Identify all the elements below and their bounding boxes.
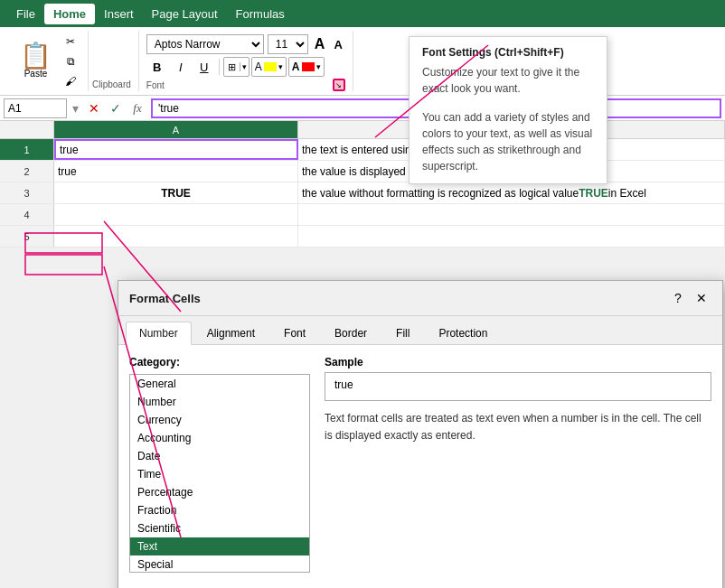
- menu-formulas[interactable]: Formulas: [227, 4, 294, 24]
- tab-font[interactable]: Font: [270, 322, 319, 344]
- cell-a4[interactable]: [54, 204, 298, 225]
- svg-rect-4: [25, 255, 102, 275]
- bold-button[interactable]: B: [146, 57, 168, 77]
- table-row: 4: [0, 204, 725, 226]
- highlight-icon: A: [255, 61, 262, 73]
- list-item[interactable]: Percentage: [130, 483, 309, 501]
- row-header-5[interactable]: 5: [0, 226, 54, 247]
- clipboard-actions: ✂ ⧉ 🖌: [61, 33, 80, 89]
- dialog-tabs: Number Alignment Font Border Fill Protec…: [118, 316, 722, 345]
- cell-b3-highlight: TRUE: [579, 187, 608, 200]
- border-main-icon: ⊞: [224, 61, 240, 73]
- underline-button[interactable]: U: [193, 57, 215, 77]
- cell-b3[interactable]: the value without formatting is recogniz…: [298, 182, 725, 203]
- category-label: Category:: [129, 356, 310, 369]
- tab-fill[interactable]: Fill: [382, 322, 423, 344]
- cell-ref-dropdown[interactable]: ▾: [71, 101, 80, 116]
- menu-page-layout[interactable]: Page Layout: [143, 4, 227, 24]
- font-color-dropdown-arrow[interactable]: ▾: [316, 62, 321, 71]
- font-size-dropdown[interactable]: 11: [268, 34, 308, 54]
- formula-fx-icon[interactable]: fx: [127, 98, 147, 118]
- formula-cancel-icon[interactable]: ✕: [84, 98, 104, 118]
- font-row1: Aptos Narrow 11 A A: [146, 34, 345, 54]
- list-item[interactable]: Accounting: [130, 429, 309, 447]
- list-item[interactable]: Date: [130, 447, 309, 465]
- dialog-right-panel: Sample true Text format cells are treate…: [325, 356, 711, 587]
- cell-a3[interactable]: TRUE: [54, 182, 298, 203]
- cell-b5[interactable]: [298, 226, 725, 247]
- cell-a2[interactable]: true: [54, 161, 298, 182]
- corner-cell: [0, 121, 54, 138]
- clipboard-section: 📋 Paste ✂ ⧉ 🖌: [7, 31, 89, 91]
- paste-button[interactable]: 📋 Paste: [14, 40, 57, 82]
- font-shrink-button[interactable]: A: [331, 37, 344, 52]
- row-header-2[interactable]: 2: [0, 161, 54, 182]
- menu-file[interactable]: File: [7, 4, 44, 24]
- menu-bar: File Home Insert Page Layout Formulas: [0, 0, 725, 27]
- italic-button[interactable]: I: [170, 57, 192, 77]
- tab-protection[interactable]: Protection: [425, 322, 501, 344]
- font-color-indicator: [302, 62, 315, 71]
- category-list[interactable]: General Number Currency Accounting Date …: [129, 374, 310, 573]
- table-row: 3 TRUE the value without formatting is r…: [0, 182, 725, 204]
- cell-a5[interactable]: [54, 226, 298, 247]
- border-dropdown-arrow[interactable]: ▾: [240, 62, 249, 71]
- dialog-close-button[interactable]: ✕: [692, 288, 711, 308]
- dialog-left-panel: Category: General Number Currency Accoun…: [129, 356, 310, 587]
- font-color-button[interactable]: A ▾: [288, 57, 325, 77]
- format-painter-button[interactable]: 🖌: [61, 73, 80, 89]
- format-cells-dialog: Format Cells ? ✕ Number Alignment Font B…: [118, 280, 723, 588]
- menu-home[interactable]: Home: [44, 4, 95, 24]
- cell-a1[interactable]: true: [54, 139, 298, 160]
- row-header-4[interactable]: 4: [0, 204, 54, 225]
- highlight-dropdown-arrow[interactable]: ▾: [278, 62, 283, 71]
- font-name-dropdown[interactable]: Aptos Narrow: [146, 34, 264, 54]
- paste-icon: 📋: [20, 43, 52, 69]
- sample-label: Sample: [325, 356, 711, 369]
- paste-label: Paste: [24, 69, 48, 79]
- copy-button[interactable]: ⧉: [61, 53, 80, 70]
- list-item[interactable]: Fraction: [130, 501, 309, 519]
- border-button[interactable]: ⊞ ▾: [223, 57, 250, 77]
- font-settings-launcher[interactable]: ↘: [333, 79, 345, 91]
- tab-alignment[interactable]: Alignment: [193, 322, 268, 344]
- list-item[interactable]: Currency: [130, 411, 309, 429]
- tab-border[interactable]: Border: [321, 322, 381, 344]
- col-header-a[interactable]: A: [54, 121, 298, 138]
- clipboard-label: Clipboard: [92, 79, 131, 89]
- list-item[interactable]: Special: [130, 555, 309, 573]
- font-color-icon: A: [292, 61, 300, 73]
- list-item[interactable]: Time: [130, 465, 309, 483]
- cell-reference-box[interactable]: A1: [4, 98, 67, 118]
- font-section: Aptos Narrow 11 A A B I U ⊞ ▾: [139, 31, 353, 91]
- cell-b3-prefix: the value without formatting is recogniz…: [302, 187, 579, 200]
- sample-box: true: [325, 372, 711, 401]
- dialog-content: Category: General Number Currency Accoun…: [118, 345, 722, 588]
- tooltip-line1: Customize your text to give it the exact…: [422, 64, 594, 97]
- row-header-3[interactable]: 3: [0, 182, 54, 203]
- dialog-help-button[interactable]: ?: [668, 288, 688, 308]
- dialog-title-bar: Format Cells ? ✕: [118, 281, 722, 316]
- cell-b3-suffix: in Excel: [608, 187, 646, 200]
- list-item-text-selected[interactable]: Text: [130, 537, 309, 555]
- highlight-color-indicator: [264, 62, 277, 71]
- list-item[interactable]: Number: [130, 393, 309, 411]
- menu-insert[interactable]: Insert: [95, 4, 143, 24]
- cell-b4[interactable]: [298, 204, 725, 225]
- launcher-arrow-icon: ↘: [335, 81, 342, 89]
- font-grow-button[interactable]: A: [312, 35, 328, 53]
- font-settings-tooltip: Font Settings (Ctrl+Shift+F) Customize y…: [409, 36, 607, 184]
- tab-number[interactable]: Number: [126, 322, 192, 345]
- formula-bar: A1 ▾ ✕ ✓ fx: [0, 96, 725, 121]
- formula-confirm-icon[interactable]: ✓: [106, 98, 126, 118]
- cut-button[interactable]: ✂: [61, 33, 80, 50]
- spreadsheet-grid: A B 1 true the text is entered using an …: [0, 121, 725, 247]
- font-section-label: Font: [146, 80, 165, 90]
- table-row: 5: [0, 226, 725, 247]
- list-item[interactable]: Scientific: [130, 519, 309, 537]
- row-header-1[interactable]: 1: [0, 139, 54, 160]
- list-item[interactable]: General: [130, 375, 309, 393]
- highlight-color-button[interactable]: A ▾: [251, 57, 287, 77]
- font-section-footer: Font ↘: [146, 79, 345, 91]
- formula-icons: ✕ ✓ fx: [84, 98, 147, 118]
